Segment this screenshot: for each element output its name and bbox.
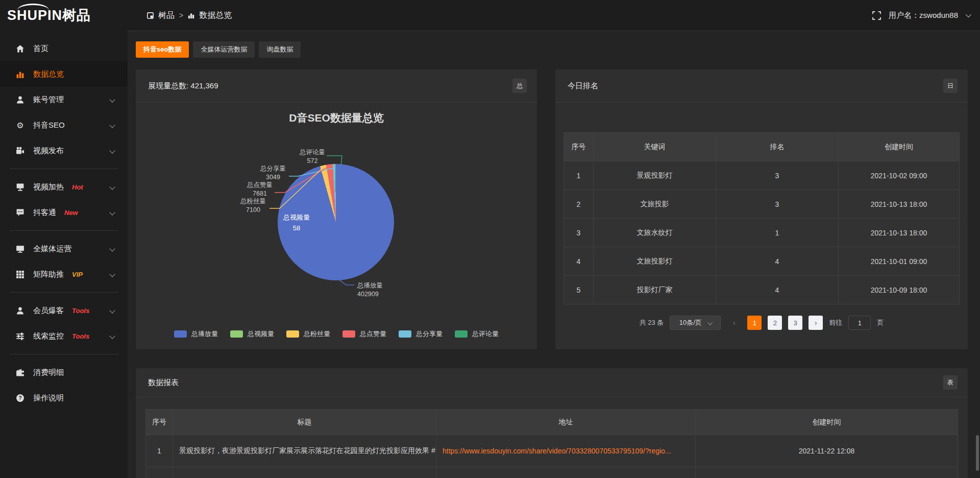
page-button-3[interactable]: 3 (788, 316, 802, 330)
column-header-index: 序号 (146, 410, 173, 435)
sidebar-item-label: 视频加热 (33, 182, 64, 192)
pie-label-fans: 总粉丝量 (240, 198, 266, 205)
legend-label: 总视频量 (248, 329, 274, 339)
cell-keyword: 景观投影灯 (594, 161, 716, 190)
cell-index: 5 (564, 276, 594, 304)
user-menu-chevron-down-icon[interactable] (966, 12, 971, 17)
pie-value-likes: 7681 (253, 190, 267, 197)
chevron-down-icon (109, 184, 115, 189)
cell-rank: 4 (716, 247, 839, 276)
chevron-right-icon: › (815, 319, 817, 326)
video-link[interactable]: https://www.iesdouyin.com/share/video/70… (443, 447, 671, 455)
chart-title: D音SEO数据量总览 (136, 111, 537, 125)
sidebar-item-video-heat[interactable]: 视频加热 Hot (0, 174, 128, 200)
ranking-table: 序号 关键词 排名 创建时间 1 景观投影灯 3 2021-10 (564, 132, 960, 304)
cell-created: 2021-10-01 09:00 (839, 247, 960, 276)
next-page-button[interactable]: › (808, 316, 823, 330)
ranking-panel-header: 今日排名 日 (555, 69, 968, 103)
sidebar-item-doketong[interactable]: 抖客通 New (0, 200, 128, 225)
sidebar-item-label: 首页 (33, 44, 48, 54)
sidebar-item-label: 视频发布 (33, 146, 64, 156)
username-label[interactable]: 用户名：zswodun88 (889, 11, 958, 20)
app-grid-icon (147, 12, 154, 19)
sidebar-item-label: 操作说明 (33, 393, 64, 403)
cell-created: 2021-10-13 18:00 (839, 219, 960, 247)
page-size-value: 10条/页 (679, 318, 702, 327)
table-row: 5 投影灯厂家 4 2021-10-09 18:00 (564, 276, 960, 304)
sidebar-item-video-publish[interactable]: 视频发布 (0, 138, 128, 163)
cell-rank: 4 (716, 276, 839, 304)
sidebar-item-instructions[interactable]: ? 操作说明 (0, 385, 128, 411)
sidebar-item-lead-monitoring[interactable]: 线索监控 Tools (0, 323, 128, 349)
sidebar-item-consumption-details[interactable]: 消费明细 (0, 360, 128, 385)
table-header-row: 序号 关键词 排名 创建时间 (564, 133, 960, 161)
page-size-select[interactable]: 10条/页 (670, 316, 721, 330)
wallet-icon (15, 368, 25, 377)
legend-item-fans[interactable]: 总粉丝量 (286, 329, 330, 339)
fullscreen-icon[interactable] (872, 11, 881, 20)
video-camera-icon (15, 147, 25, 155)
breadcrumb-app[interactable]: 树品 (158, 10, 175, 21)
column-header-url: 地址 (436, 410, 696, 435)
tab-inquiry-data[interactable]: 询盘数据 (259, 41, 301, 58)
cell-rank: 1 (716, 219, 839, 247)
page-button-2[interactable]: 2 (768, 316, 782, 330)
page-button-1[interactable]: 1 (747, 316, 762, 330)
goto-page-input[interactable] (848, 316, 871, 330)
sidebar: 首页 数据总览 账号管理 ⚙ 抖音SEO 视频发布 视频加热 Hot (0, 31, 128, 478)
total-toggle-button[interactable]: 总 (512, 79, 527, 93)
legend-item-videos[interactable]: 总视频量 (230, 329, 274, 339)
report-table: 序号 标题 地址 创建时间 1 景观投影灯，夜游景观投影灯厂家展示展示落花灯在花… (145, 409, 958, 478)
tab-omnimedia-data[interactable]: 全媒体运营数据 (193, 41, 255, 58)
legend-swatch (230, 330, 243, 338)
legend-swatch (342, 330, 355, 338)
sidebar-divider (9, 169, 118, 169)
column-header-keyword: 关键词 (594, 133, 716, 161)
chevron-down-icon (109, 307, 115, 313)
table-header-row: 序号 标题 地址 创建时间 (146, 410, 958, 435)
pie-label-shares: 总分享量 (260, 165, 286, 172)
legend-item-likes[interactable]: 总点赞量 (342, 329, 386, 339)
logo-arc-decoration (17, 4, 49, 10)
scrollbar-thumb[interactable] (976, 435, 979, 471)
sidebar-item-omnimedia-operation[interactable]: 全媒体运营 (0, 236, 128, 261)
legend-label: 总点赞量 (360, 329, 386, 339)
sidebar-item-account-management[interactable]: 账号管理 (0, 87, 128, 112)
cell-url: https://www.iesdouyin.com/share/video/70… (436, 435, 696, 467)
table-toggle-button[interactable]: 表 (943, 375, 958, 390)
pie-chart[interactable] (278, 164, 394, 280)
tab-douyin-seo-data[interactable]: 抖音seo数据 (136, 41, 189, 58)
sidebar-item-douyin-seo[interactable]: ⚙ 抖音SEO (0, 112, 128, 138)
sidebar-item-label: 全媒体运营 (33, 244, 71, 254)
home-icon (15, 44, 25, 53)
cell-index: 1 (564, 161, 594, 190)
legend-item-comments[interactable]: 总评论量 (455, 329, 499, 339)
chat-icon (15, 208, 25, 217)
cell-keyword: 文旅投影 (594, 190, 716, 219)
cell-created: 2021-10-09 18:00 (839, 276, 960, 304)
user-icon (15, 95, 25, 104)
legend-item-plays[interactable]: 总播放量 (174, 329, 218, 339)
sidebar-item-data-overview[interactable]: 数据总览 (0, 61, 128, 87)
day-toggle-button[interactable]: 日 (943, 79, 958, 93)
sidebar-item-matrix-boost[interactable]: 矩阵助推 VIP (0, 261, 128, 287)
impressions-total-label: 展现量总数: 421,369 (148, 81, 218, 91)
table-row: 1 景观投影灯 3 2021-10-02 09:00 (564, 161, 960, 190)
cell-rank: 3 (716, 161, 839, 190)
prev-page-button[interactable]: ‹ (727, 316, 741, 330)
cell-created: 2021-11-22 12:08 (696, 435, 958, 467)
cell-title: 景观投影灯，夜游景观投影灯厂家展示展示落花灯在花园里的灯光投影应用效果 # (173, 435, 436, 467)
report-panel-header: 数据报表 表 (136, 368, 968, 397)
sidebar-item-home[interactable]: 首页 (0, 36, 128, 61)
monitor-stand-icon (15, 183, 25, 192)
pie-value-plays: 402909 (357, 291, 379, 298)
ranking-panel-title: 今日排名 (568, 81, 598, 91)
sidebar-item-member-burst[interactable]: 会员爆客 Tools (0, 298, 128, 323)
cell-keyword: 投影灯厂家 (594, 276, 716, 304)
column-header-created: 创建时间 (696, 410, 958, 435)
column-header-title: 标题 (173, 410, 436, 435)
pie-chart-area: D音SEO数据量总览 总评论量 572 总分享量 3049 (136, 103, 537, 349)
legend-item-shares[interactable]: 总分享量 (399, 329, 443, 339)
column-header-index: 序号 (564, 133, 594, 161)
cell-created: 2021-10-13 18:00 (839, 190, 960, 219)
